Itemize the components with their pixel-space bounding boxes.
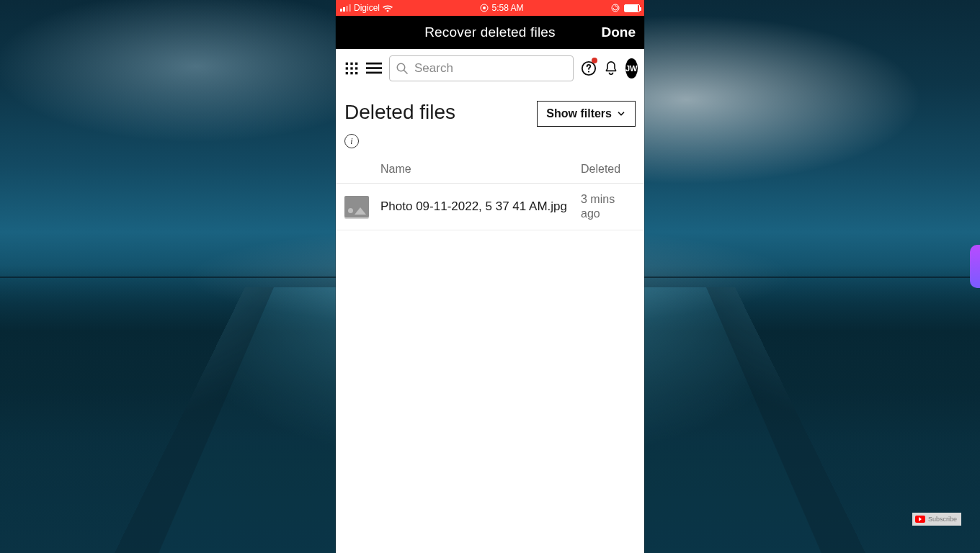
svg-point-1	[483, 6, 486, 9]
help-button[interactable]	[581, 58, 597, 78]
phone-frame: Digicel 5:58 AM Recover deleted files Do…	[336, 0, 644, 553]
carrier-label: Digicel	[354, 3, 380, 13]
svg-point-18	[588, 71, 589, 72]
orientation-lock-icon	[611, 4, 620, 12]
grid-icon	[344, 61, 359, 76]
file-deleted-time: 3 mins ago	[581, 192, 636, 221]
notification-dot-icon	[592, 58, 597, 63]
svg-point-15	[397, 63, 405, 71]
svg-rect-4	[350, 63, 352, 65]
svg-rect-12	[366, 63, 382, 65]
image-file-icon	[344, 196, 369, 217]
table-header-spacer	[344, 163, 380, 176]
desktop-background: Digicel 5:58 AM Recover deleted files Do…	[0, 0, 980, 553]
column-deleted[interactable]: Deleted	[581, 163, 636, 176]
hamburger-icon	[366, 62, 382, 75]
svg-rect-5	[355, 63, 357, 65]
svg-rect-3	[346, 63, 348, 65]
svg-rect-9	[346, 72, 348, 74]
status-right	[611, 4, 640, 12]
status-left: Digicel	[340, 3, 393, 13]
svg-rect-13	[366, 67, 382, 69]
battery-icon	[624, 4, 640, 12]
table-header: Name Deleted	[336, 156, 644, 184]
svg-rect-7	[350, 67, 352, 69]
svg-rect-14	[366, 72, 382, 74]
table-row[interactable]: Photo 09-11-2022, 5 37 41 AM.jpg 3 mins …	[336, 184, 644, 230]
bell-icon	[604, 60, 618, 76]
signal-bars-icon	[340, 4, 351, 12]
column-name[interactable]: Name	[380, 163, 581, 176]
youtube-icon	[915, 516, 925, 523]
subscribe-label: Subscribe	[928, 516, 957, 523]
done-button[interactable]: Done	[602, 24, 636, 40]
search-input[interactable]	[414, 61, 567, 76]
nav-title: Recover deleted files	[424, 24, 556, 40]
toolbar: JW	[336, 49, 644, 88]
svg-rect-11	[355, 72, 357, 74]
side-handle[interactable]	[970, 245, 980, 288]
wifi-icon	[383, 4, 393, 12]
svg-line-16	[404, 70, 407, 73]
subscribe-badge[interactable]: Subscribe	[912, 513, 961, 526]
clock-label: 5:58 AM	[491, 3, 523, 13]
notifications-button[interactable]	[604, 58, 618, 78]
info-icon[interactable]: i	[344, 134, 359, 148]
search-field[interactable]	[389, 55, 574, 81]
list-view-button[interactable]	[366, 58, 382, 78]
svg-rect-6	[346, 67, 348, 69]
status-center: 5:58 AM	[393, 3, 611, 13]
svg-rect-8	[355, 67, 357, 69]
file-name: Photo 09-11-2022, 5 37 41 AM.jpg	[380, 199, 581, 214]
heading-row: Deleted files Show filters	[336, 88, 644, 131]
svg-rect-10	[350, 72, 352, 74]
app-nav-bar: Recover deleted files Done	[336, 16, 644, 49]
chevron-down-icon	[616, 109, 626, 119]
recording-icon	[480, 4, 489, 12]
ios-status-bar: Digicel 5:58 AM	[336, 0, 644, 16]
grid-view-button[interactable]	[344, 58, 359, 78]
show-filters-button[interactable]: Show filters	[537, 101, 636, 127]
page-title: Deleted files	[344, 101, 455, 124]
avatar[interactable]: JW	[625, 58, 638, 78]
info-row: i	[336, 131, 644, 156]
avatar-initials: JW	[625, 64, 638, 73]
show-filters-label: Show filters	[546, 107, 612, 120]
search-icon	[396, 62, 409, 75]
